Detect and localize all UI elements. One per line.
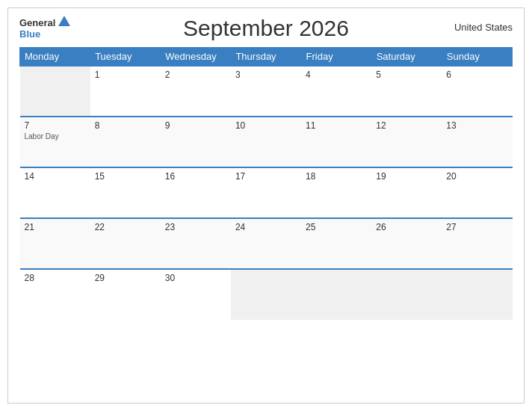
day-number: 2	[165, 69, 226, 80]
day-cell	[301, 269, 371, 320]
day-number: 29	[95, 273, 156, 283]
day-cell: 2	[161, 66, 231, 117]
day-number: 27	[446, 222, 507, 232]
day-cell	[371, 269, 442, 320]
week-row-5: 282930	[20, 269, 513, 320]
day-cell	[442, 269, 512, 320]
day-number: 24	[235, 222, 297, 232]
header-sunday: Sunday	[442, 48, 512, 67]
day-number: 10	[235, 120, 297, 131]
day-cell: 15	[90, 167, 161, 218]
day-number: 6	[446, 69, 507, 80]
day-cell: 23	[161, 218, 231, 269]
day-number: 1	[95, 69, 156, 80]
day-cell	[231, 269, 301, 320]
day-number: 3	[235, 69, 297, 80]
header-tuesday: Tuesday	[90, 48, 161, 67]
day-cell: 14	[20, 167, 90, 218]
header-wednesday: Wednesday	[161, 48, 231, 67]
day-number: 20	[446, 171, 507, 182]
day-number: 14	[25, 171, 86, 182]
country-label: United States	[454, 22, 513, 33]
logo: General Blue	[19, 16, 55, 40]
day-cell: 28	[20, 269, 90, 320]
day-number: 8	[95, 120, 156, 131]
day-cell: 29	[90, 269, 161, 320]
day-number: 22	[95, 222, 156, 232]
day-cell: 5	[371, 66, 442, 117]
day-cell: 25	[301, 218, 371, 269]
week-row-2: 7Labor Day8910111213	[20, 117, 513, 167]
day-cell: 8	[90, 117, 161, 167]
week-row-3: 14151617181920	[20, 167, 513, 218]
day-number: 7	[25, 120, 86, 131]
calendar-header: General Blue September 2026 United State…	[19, 16, 513, 41]
day-number: 4	[306, 69, 367, 80]
day-number: 19	[376, 171, 437, 182]
day-cell: 17	[231, 167, 301, 218]
day-cell: 20	[442, 167, 512, 218]
logo-triangle-icon	[58, 16, 70, 26]
day-number: 15	[95, 171, 156, 182]
week-row-1: 123456	[20, 66, 513, 117]
day-event: Labor Day	[25, 132, 86, 140]
day-number: 17	[235, 171, 297, 182]
day-number: 25	[306, 222, 367, 232]
day-cell: 11	[301, 117, 371, 167]
day-cell: 24	[231, 218, 301, 269]
day-cell: 9	[161, 117, 231, 167]
calendar-container: General Blue September 2026 United State…	[7, 7, 525, 404]
day-number: 13	[446, 120, 507, 131]
week-row-4: 21222324252627	[20, 218, 513, 269]
day-cell: 3	[231, 66, 301, 117]
header-friday: Friday	[301, 48, 371, 67]
header-monday: Monday	[20, 48, 90, 67]
day-number: 26	[376, 222, 437, 232]
weekday-header-row: Monday Tuesday Wednesday Thursday Friday…	[20, 48, 513, 67]
day-number: 30	[165, 273, 226, 283]
day-cell: 16	[161, 167, 231, 218]
day-cell: 12	[371, 117, 442, 167]
day-number: 23	[165, 222, 226, 232]
calendar-table: Monday Tuesday Wednesday Thursday Friday…	[19, 47, 513, 320]
day-cell: 22	[90, 218, 161, 269]
day-cell: 18	[301, 167, 371, 218]
day-cell: 13	[442, 117, 512, 167]
day-cell: 30	[161, 269, 231, 320]
day-cell: 6	[442, 66, 512, 117]
day-cell: 4	[301, 66, 371, 117]
day-number: 28	[25, 273, 86, 283]
day-number: 18	[306, 171, 367, 182]
day-cell: 7Labor Day	[20, 117, 90, 167]
day-number: 9	[165, 120, 226, 131]
header-thursday: Thursday	[231, 48, 301, 67]
day-number: 21	[25, 222, 86, 232]
day-number: 5	[376, 69, 437, 80]
day-number: 11	[306, 120, 367, 131]
logo-general-text: General	[19, 17, 55, 28]
day-cell: 19	[371, 167, 442, 218]
header-saturday: Saturday	[371, 48, 442, 67]
day-cell: 27	[442, 218, 512, 269]
day-cell: 21	[20, 218, 90, 269]
day-number: 16	[165, 171, 226, 182]
day-number: 12	[376, 120, 437, 131]
day-cell: 1	[90, 66, 161, 117]
day-cell	[20, 66, 90, 117]
logo-blue-text: Blue	[19, 29, 40, 40]
day-cell: 10	[231, 117, 301, 167]
calendar-title: September 2026	[183, 16, 349, 41]
day-cell: 26	[371, 218, 442, 269]
